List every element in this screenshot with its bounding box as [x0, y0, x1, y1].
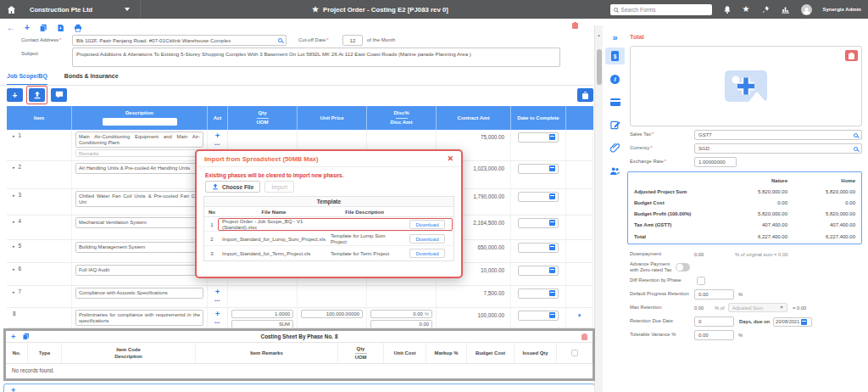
subject-input[interactable]: Proposed Additions & Alterations To Exis… — [72, 48, 560, 67]
project-image-box[interactable] — [630, 46, 862, 126]
rail-attachments-tab[interactable] — [605, 139, 625, 156]
import-button[interactable]: Import — [264, 181, 294, 193]
close-icon[interactable]: ✕ — [447, 155, 453, 163]
exchange-rate-input[interactable]: 1.00000000 — [694, 157, 737, 167]
contact-address-input[interactable]: Blk 102F, Pasir Panjang Road, #07-01Citi… — [72, 35, 287, 46]
more-actions-icon[interactable]: ••• — [214, 142, 220, 147]
date-to-complete-input[interactable] — [518, 192, 559, 202]
description-input[interactable]: Preliminaries for compliance with requir… — [75, 310, 203, 326]
select-all-checkbox[interactable] — [571, 350, 578, 356]
collapse-panel-icon[interactable]: » — [612, 32, 617, 42]
add-line-icon[interactable]: + — [215, 288, 220, 295]
description-input[interactable]: Air Handling Units & Pre-cooled Air Hand… — [75, 163, 203, 174]
date-to-complete-input[interactable] — [518, 243, 559, 253]
lookup-icon[interactable] — [854, 147, 858, 151]
bottom-add-icon[interactable]: + — [11, 386, 15, 392]
rail-info-tab[interactable]: i — [605, 70, 625, 87]
remove-image-button[interactable] — [845, 50, 858, 61]
tolerable-variance-input[interactable]: 0.00 — [694, 330, 734, 340]
rail-team-tab[interactable] — [605, 162, 625, 179]
calendar-icon[interactable] — [549, 244, 555, 250]
calendar-icon[interactable] — [549, 220, 555, 226]
default-retention-input[interactable]: 0.00 — [694, 289, 734, 300]
expand-caret-icon[interactable]: ▸ — [13, 133, 15, 138]
sales-tax-input[interactable]: GST7 — [694, 130, 862, 140]
home-icon[interactable] — [7, 5, 16, 14]
user-name[interactable]: Synergix Admin — [823, 7, 861, 12]
add-phase-button[interactable]: + — [7, 88, 23, 102]
date-to-complete-input[interactable] — [518, 164, 559, 174]
advance-payment-toggle[interactable] — [676, 263, 690, 272]
export-file-icon[interactable] — [57, 20, 64, 36]
expand-caret-icon[interactable]: ▸ — [13, 244, 15, 249]
scrollbar-thumb[interactable] — [597, 49, 602, 85]
calendar-icon[interactable] — [801, 319, 807, 325]
more-actions-icon[interactable]: ••• — [214, 320, 220, 325]
choose-file-button[interactable]: Choose File — [205, 181, 260, 193]
favorite-star-icon[interactable]: ★ — [312, 5, 319, 14]
expand-caret-icon[interactable]: ▸ — [13, 165, 15, 170]
description-input[interactable]: Chilled Water Fan Coil Units & Pre-coole… — [75, 191, 203, 207]
comment-button[interactable] — [51, 88, 67, 102]
calendar-icon[interactable] — [549, 312, 555, 318]
calendar-icon[interactable] — [549, 165, 555, 171]
diff-retention-checkbox[interactable] — [697, 277, 705, 285]
search-forms-input[interactable]: Search Forms — [610, 4, 712, 15]
delete-record-icon[interactable] — [572, 21, 578, 29]
date-to-complete-input[interactable] — [518, 311, 559, 321]
row-dropdown-icon[interactable]: ▾ — [578, 312, 581, 328]
retention-due-days-input[interactable]: 0 — [694, 316, 734, 327]
calendar-icon[interactable] — [549, 193, 555, 199]
more-actions-icon[interactable]: ••• — [214, 298, 220, 303]
download-button[interactable]: Download — [409, 220, 444, 229]
max-retention-select[interactable]: Adjusted Sum — [728, 303, 787, 312]
favorites-icon[interactable]: ★ — [743, 5, 750, 14]
disc-pct-input[interactable]: 0.00 % — [370, 310, 432, 318]
company-selector[interactable]: Construction Pte Ltd — [30, 0, 141, 19]
description-input[interactable]: Full IAQ Audit — [75, 265, 203, 276]
costing-add-icon[interactable]: + — [11, 333, 15, 340]
description-input[interactable]: Mechanical Ventilation System — [75, 217, 203, 228]
rail-edit-tab[interactable] — [605, 116, 625, 133]
unit-price-input[interactable]: 100,000.00000 — [301, 310, 363, 318]
costing-copy-icon[interactable] — [22, 333, 30, 341]
copy-icon[interactable] — [39, 20, 47, 36]
calendar-icon[interactable] — [549, 134, 555, 140]
date-to-complete-input[interactable] — [518, 266, 559, 276]
download-button[interactable]: Download — [409, 234, 444, 244]
date-to-complete-input[interactable] — [518, 288, 559, 299]
date-to-complete-input[interactable] — [518, 132, 559, 143]
avatar[interactable] — [801, 4, 812, 15]
delete-phases-button[interactable] — [577, 88, 593, 102]
calendar-icon[interactable] — [549, 267, 555, 273]
calendar-icon[interactable] — [549, 290, 555, 296]
qty-input[interactable]: 1.0000 — [231, 310, 293, 318]
tab-bonds-insurance[interactable]: Bonds & Insurance — [64, 73, 119, 85]
expand-caret-icon[interactable]: ▸ — [13, 193, 15, 198]
expand-caret-icon[interactable]: ▸ — [13, 289, 15, 294]
add-line-icon[interactable]: + — [215, 132, 220, 139]
rail-totals-tab[interactable]: $ — [605, 48, 625, 64]
description-input[interactable]: Compliance with Acoustic Specifications — [75, 288, 203, 299]
description-filter-input[interactable] — [103, 118, 177, 126]
add-line-icon[interactable]: + — [215, 311, 220, 317]
notifications-bell-icon[interactable] — [723, 5, 732, 14]
pin-icon[interactable] — [761, 5, 770, 14]
cutoff-date-input[interactable]: 12 — [342, 35, 363, 46]
description-input[interactable]: Main Air-Conditioning Equipment and Main… — [75, 132, 203, 148]
new-record-icon[interactable]: + — [25, 24, 30, 32]
currency-input[interactable]: SGD — [694, 143, 862, 154]
scroll-up-icon[interactable]: ▲ — [595, 25, 603, 37]
address-lookup-icon[interactable] — [278, 38, 282, 42]
expand-caret-icon[interactable]: ▸ — [13, 219, 15, 224]
back-icon[interactable]: ← — [7, 24, 15, 32]
costing-delete-icon[interactable] — [581, 333, 587, 340]
disc-amt-input[interactable]: 0.00 — [370, 320, 432, 328]
uom-input[interactable]: SUM — [231, 320, 293, 328]
expand-caret-icon[interactable]: ▸ — [13, 266, 15, 272]
import-spreadsheet-button[interactable] — [29, 88, 45, 102]
remarks-input[interactable]: Remarks — [75, 149, 203, 157]
print-icon[interactable] — [74, 20, 82, 36]
rail-card-tab[interactable] — [605, 93, 625, 110]
download-button[interactable]: Download — [409, 249, 444, 258]
